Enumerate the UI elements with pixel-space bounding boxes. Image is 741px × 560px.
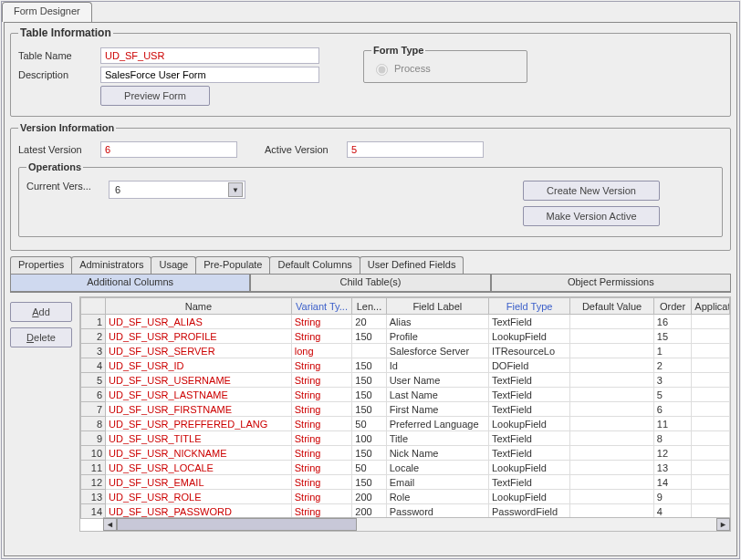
cell[interactable]: UD_SF_USR_LOCALE [106,461,292,475]
cell[interactable]: 16 [653,315,692,329]
cell[interactable]: 150 [352,373,386,388]
cell[interactable]: 1 [653,344,692,358]
cell[interactable]: Id [386,358,488,373]
cell[interactable]: 5 [81,373,106,388]
cell[interactable]: 1 [81,315,106,329]
description-input[interactable] [100,67,319,83]
cell[interactable] [692,431,730,446]
cell[interactable]: UD_SF_USR_USERNAME [106,373,292,388]
cell[interactable]: 150 [352,402,386,417]
cell[interactable]: String [291,329,352,344]
subtab-child-table-s-[interactable]: Child Table(s) [250,275,490,292]
cell[interactable]: Nick Name [386,446,488,461]
table-row[interactable]: 10UD_SF_USR_NICKNAMEString150Nick NameTe… [81,446,730,461]
cell[interactable]: String [291,431,352,446]
cell[interactable]: Role [386,490,488,504]
cell[interactable]: 5 [653,388,692,402]
cell[interactable] [692,446,730,461]
column-header[interactable]: Field Type [488,298,569,315]
cell[interactable]: UD_SF_USR_EMAIL [106,475,292,490]
cell[interactable]: String [291,358,352,373]
cell[interactable]: UD_SF_USR_ALIAS [106,315,292,329]
cell[interactable]: String [291,446,352,461]
cell[interactable]: 10 [81,446,106,461]
cell[interactable]: 2 [653,358,692,373]
table-row[interactable]: 4UD_SF_USR_IDString150IdDOField2 [81,358,730,373]
cell[interactable]: Locale [386,461,488,475]
cell[interactable]: TextField [488,315,569,329]
cell[interactable]: DOField [488,358,569,373]
table-row[interactable]: 6UD_SF_USR_LASTNAMEString150Last NameTex… [81,388,730,402]
column-header[interactable]: Variant Ty... [291,298,352,315]
cell[interactable]: 7 [81,402,106,417]
cell[interactable]: 100 [352,431,386,446]
cell[interactable] [692,358,730,373]
cell[interactable]: UD_SF_USR_NICKNAME [106,446,292,461]
cell[interactable] [692,490,730,504]
cell[interactable]: Salesforce Server [386,344,488,358]
cell[interactable]: Email [386,475,488,490]
cell[interactable] [570,329,653,344]
tab-default-columns[interactable]: Default Columns [269,256,360,274]
cell[interactable]: Profile [386,329,488,344]
cell[interactable]: TextField [488,475,569,490]
cell[interactable]: 150 [352,475,386,490]
cell[interactable] [352,344,386,358]
tab-administrators[interactable]: Administrators [71,256,151,274]
cell[interactable]: Last Name [386,388,488,402]
table-name-input[interactable] [100,47,319,64]
cell[interactable]: UD_SF_USR_ROLE [106,490,292,504]
cell[interactable] [692,315,730,329]
columns-table[interactable]: NameVariant Ty...Len...Field LabelField … [79,296,731,532]
cell[interactable] [692,373,730,388]
cell[interactable]: UD_SF_USR_LASTNAME [106,388,292,402]
cell[interactable]: Title [386,431,488,446]
cell[interactable]: 50 [352,417,386,431]
make-version-active-button[interactable]: Make Version Active [523,206,660,226]
cell[interactable] [570,446,653,461]
cell[interactable]: UD_SF_USR_FIRSTNAME [106,402,292,417]
cell[interactable]: UD_SF_USR_TITLE [106,431,292,446]
cell[interactable]: String [291,402,352,417]
cell[interactable] [570,431,653,446]
cell[interactable]: String [291,388,352,402]
cell[interactable]: TextField [488,373,569,388]
cell[interactable]: String [291,373,352,388]
table-row[interactable]: 11UD_SF_USR_LOCALEString50LocaleLookupFi… [81,461,730,475]
cell[interactable]: 12 [81,475,106,490]
cell[interactable]: 14 [81,504,106,519]
scroll-thumb[interactable] [117,518,357,531]
cell[interactable] [570,417,653,431]
cell[interactable] [692,461,730,475]
cell[interactable]: 13 [653,461,692,475]
cell[interactable]: 20 [352,315,386,329]
column-header[interactable]: Len... [352,298,386,315]
cell[interactable] [692,344,730,358]
cell[interactable]: 14 [653,475,692,490]
cell[interactable] [692,329,730,344]
column-header[interactable]: Order [653,298,692,315]
cell[interactable]: String [291,490,352,504]
cell[interactable]: UD_SF_USR_SERVER [106,344,292,358]
table-row[interactable]: 5UD_SF_USR_USERNAMEString150User NameTex… [81,373,730,388]
cell[interactable]: Alias [386,315,488,329]
cell[interactable] [692,388,730,402]
cell[interactable]: UD_SF_USR_ID [106,358,292,373]
table-row[interactable]: 3UD_SF_USR_SERVERlongSalesforce ServerIT… [81,344,730,358]
cell[interactable]: LookupField [488,490,569,504]
table-row[interactable]: 12UD_SF_USR_EMAILString150EmailTextField… [81,475,730,490]
cell[interactable]: 9 [81,431,106,446]
cell[interactable]: TextField [488,446,569,461]
cell[interactable] [692,402,730,417]
cell[interactable] [570,475,653,490]
column-header[interactable]: Applicat [692,298,730,315]
cell[interactable]: UD_SF_USR_PREFFERED_LANG [106,417,292,431]
cell[interactable] [570,461,653,475]
subtab-object-permissions[interactable]: Object Permissions [491,275,731,292]
cell[interactable]: 11 [81,461,106,475]
cell[interactable]: 6 [81,388,106,402]
cell[interactable] [692,417,730,431]
add-button[interactable]: Add [10,302,72,322]
cell[interactable] [692,475,730,490]
cell[interactable]: 2 [81,329,106,344]
